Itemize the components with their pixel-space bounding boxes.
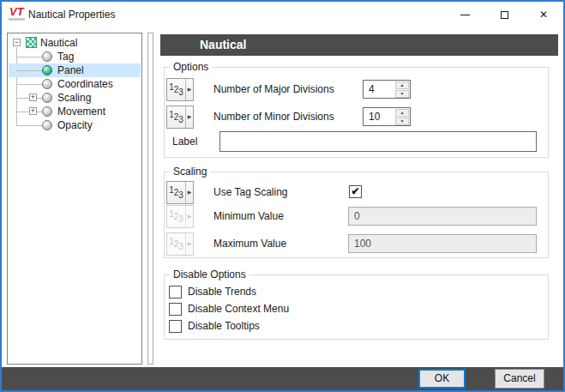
field-label: Number of Major Divisions — [213, 78, 334, 101]
tag-link-button-disabled: 123 ▶ — [166, 232, 194, 256]
label-input[interactable] — [220, 132, 536, 151]
tree-item-opacity[interactable]: Opacity — [9, 118, 141, 132]
use-tag-scaling-checkbox[interactable]: ✔ — [349, 185, 362, 198]
label-row: Label — [165, 131, 544, 152]
group-legend: Scaling — [170, 166, 210, 178]
panel-splitter[interactable] — [147, 33, 153, 365]
tree-item-coordinates[interactable]: Coordinates — [9, 77, 141, 91]
disable-options-group: Disable Options ✔ Disable Trends ✔ Disab… — [164, 274, 549, 340]
collapse-icon[interactable]: − — [13, 39, 21, 46]
minimize-icon — [460, 15, 470, 15]
tree-item-label: Opacity — [57, 118, 93, 132]
spin-up-icon[interactable]: ▲ — [395, 109, 409, 117]
checkbox-label: Disable Trends — [188, 286, 256, 299]
cancel-button[interactable]: Cancel — [495, 369, 544, 389]
panel-header-title: Nautical — [160, 34, 558, 56]
tag-link-button[interactable]: 123 ▶ — [166, 106, 194, 129]
tag-arrow-icon: ▶ — [185, 233, 193, 255]
close-button[interactable]: ✕ — [524, 2, 563, 27]
tree-connector-line — [16, 57, 42, 57]
tag-link-button[interactable]: 123 ▶ — [166, 78, 194, 101]
tag-arrow-icon: ▶ — [185, 206, 193, 227]
tree-item-tag[interactable]: Tag — [9, 50, 141, 63]
major-divisions-input[interactable] — [364, 81, 395, 98]
tag-123-icon: 123 — [167, 106, 185, 128]
maximum-value-input — [349, 235, 536, 252]
nautical-widget-icon — [26, 37, 37, 48]
gray-sphere-icon — [42, 93, 52, 103]
tree-item-panel[interactable]: Panel — [9, 63, 141, 77]
tree-item-scaling[interactable]: + Scaling — [9, 91, 141, 105]
field-label: Maximum Value — [213, 232, 286, 256]
tag-arrow-icon: ▶ — [185, 182, 193, 203]
tree-connector-line — [16, 84, 42, 85]
app-logo-icon: VT — [9, 6, 25, 21]
checkbox-label: Disable Tooltips — [188, 320, 260, 333]
group-legend: Disable Options — [170, 268, 249, 280]
tree-connector-line — [16, 125, 42, 126]
spin-up-icon[interactable]: ▲ — [395, 81, 409, 89]
minimum-value-box — [348, 207, 537, 226]
minor-divisions-row: 123 ▶ Number of Minor Divisions ▲ ▼ — [165, 106, 544, 129]
tree-item-label: Movement — [57, 105, 105, 118]
gray-sphere-icon — [42, 79, 52, 89]
tag-123-icon: 123 — [167, 206, 185, 227]
maximize-icon — [501, 11, 508, 19]
tag-arrow-icon: ▶ — [185, 106, 193, 128]
expand-icon[interactable]: + — [29, 93, 37, 101]
scaling-group: Scaling 123 ▶ Use Tag Scaling ✔ 123 ▶ Mi… — [164, 172, 549, 258]
check-icon: ✔ — [350, 186, 361, 197]
checkbox-label: Disable Context Menu — [188, 303, 289, 316]
spin-down-icon[interactable]: ▼ — [395, 118, 409, 125]
gray-sphere-icon — [42, 120, 52, 130]
major-divisions-row: 123 ▶ Number of Major Divisions ▲ ▼ — [165, 78, 544, 101]
tag-123-icon: 123 — [167, 182, 185, 203]
tree-item-label: Tag — [57, 50, 74, 63]
tree-item-nautical[interactable]: − Nautical — [9, 36, 141, 50]
disable-tooltips-checkbox[interactable]: ✔ — [169, 320, 182, 333]
title-bar: VT Nautical Properties ✕ — [2, 2, 563, 27]
field-label: Use Tag Scaling — [213, 181, 288, 204]
maximize-button[interactable] — [484, 2, 524, 27]
field-label: Number of Minor Divisions — [213, 106, 334, 129]
options-group: Options 123 ▶ Number of Major Divisions … — [164, 67, 549, 158]
minor-divisions-spinner: ▲ ▼ — [363, 107, 411, 126]
tag-link-button[interactable]: 123 ▶ — [166, 181, 194, 204]
expand-icon[interactable]: + — [29, 107, 37, 115]
group-legend: Options — [170, 61, 212, 73]
disable-context-menu-row: ✔ Disable Context Menu — [165, 303, 544, 317]
green-sphere-icon — [42, 65, 52, 75]
maximum-value-row: 123 ▶ Maximum Value — [165, 232, 544, 256]
window-controls: ✕ — [445, 2, 563, 27]
tree-item-label: Scaling — [57, 91, 91, 105]
footer-bar: OK Cancel — [2, 367, 563, 390]
minimum-value-row: 123 ▶ Minimum Value — [165, 205, 544, 228]
close-icon: ✕ — [539, 9, 548, 20]
disable-tooltips-row: ✔ Disable Tooltips — [165, 320, 544, 334]
ok-button[interactable]: OK — [418, 369, 466, 389]
tree-item-movement[interactable]: + Movement — [9, 105, 141, 118]
disable-trends-checkbox[interactable]: ✔ — [169, 286, 182, 299]
tree-item-label: Coordinates — [57, 77, 113, 91]
use-tag-scaling-row: 123 ▶ Use Tag Scaling ✔ — [165, 181, 544, 204]
spin-down-icon[interactable]: ▼ — [395, 90, 409, 98]
disable-trends-row: ✔ Disable Trends — [165, 286, 544, 299]
field-label: Label — [172, 131, 197, 152]
nautical-properties-dialog: VT Nautical Properties ✕ − Nautical Tag … — [0, 0, 565, 392]
property-tree: − Nautical Tag Panel Coordinates + Scali… — [7, 33, 142, 365]
tree-connector-line — [16, 70, 42, 71]
minimize-button[interactable] — [445, 2, 484, 27]
gray-sphere-icon — [42, 106, 52, 117]
tree-item-label: Panel — [57, 63, 84, 77]
window-title: Nautical Properties — [28, 2, 115, 27]
gray-sphere-icon — [42, 51, 52, 62]
tag-arrow-icon: ▶ — [185, 79, 193, 100]
disable-context-menu-checkbox[interactable]: ✔ — [169, 303, 182, 316]
label-field-box — [219, 131, 537, 152]
tree-item-label: Nautical — [40, 36, 77, 50]
maximum-value-box — [348, 234, 537, 253]
field-label: Minimum Value — [213, 205, 284, 228]
minimum-value-input — [349, 208, 536, 225]
minor-divisions-input[interactable] — [364, 108, 395, 125]
tag-link-button-disabled: 123 ▶ — [166, 205, 194, 228]
